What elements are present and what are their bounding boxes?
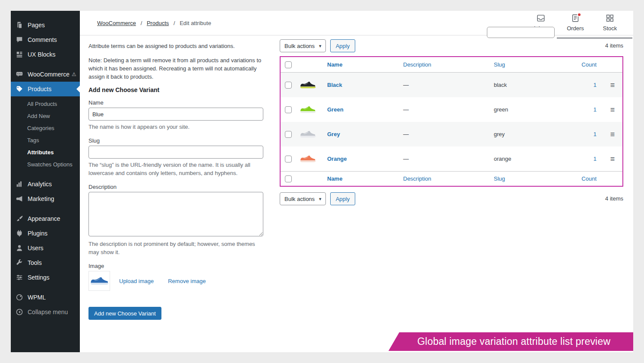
select-all-checkbox[interactable]	[285, 175, 292, 182]
row-menu-icon[interactable]: ≡	[610, 130, 615, 139]
menu-separator	[11, 206, 80, 211]
term-count-link[interactable]: 1	[593, 82, 597, 88]
column-header-description[interactable]: Description	[403, 61, 431, 68]
sidebar-item-swatches-options[interactable]: Swatches Options	[11, 159, 80, 171]
stock-tab[interactable]: Stock	[593, 13, 627, 32]
sidebar-item-tags[interactable]: Tags	[11, 134, 80, 146]
term-name-link[interactable]: Black	[327, 82, 342, 88]
column-header-name[interactable]: Name	[327, 61, 342, 68]
sidebar-item-settings[interactable]: Settings	[11, 270, 80, 285]
row-menu-icon[interactable]: ≡	[610, 105, 615, 114]
tablenav-top: Bulk actions ▾ Apply 4 items	[280, 39, 623, 52]
term-name-link[interactable]: Grey	[327, 131, 340, 137]
add-new-term-button[interactable]: Add new Choose Variant	[88, 307, 161, 320]
column-header-slug[interactable]: Slug	[494, 61, 505, 68]
products-icon	[15, 85, 24, 93]
name-help: The name is how it appears on your site.	[88, 123, 265, 131]
apply-button[interactable]: Apply	[330, 39, 356, 52]
term-image	[300, 130, 316, 138]
tablenav-bottom: Bulk actions ▾ Apply 4 items	[280, 192, 623, 205]
term-image	[300, 155, 316, 163]
term-image	[300, 81, 316, 89]
breadcrumb-separator: /	[174, 20, 175, 26]
remove-image-link[interactable]: Remove image	[168, 278, 205, 284]
apply-button[interactable]: Apply	[330, 192, 356, 205]
search-input[interactable]	[487, 27, 555, 38]
sidebar-item-wpml[interactable]: WPML	[11, 290, 80, 305]
breadcrumb-link-products[interactable]: Products	[147, 20, 169, 26]
menu-separator	[11, 285, 80, 290]
row-checkbox[interactable]	[285, 156, 292, 162]
name-label: Name	[88, 99, 265, 106]
select-all-checkbox[interactable]	[285, 61, 292, 68]
sidebar-item-comments[interactable]: Comments	[11, 32, 80, 47]
column-header-count[interactable]: Count	[581, 61, 597, 68]
column-footer-slug[interactable]: Slug	[494, 175, 505, 182]
row-checkbox[interactable]	[285, 82, 292, 89]
settings-icon	[15, 273, 24, 282]
term-description: —	[401, 82, 492, 88]
term-name-link[interactable]: Orange	[327, 156, 347, 162]
sidebar-item-appearance[interactable]: Appearance	[11, 211, 80, 226]
admin-sidebar: Pages Comments UX Blocks WooCommerce	[11, 11, 80, 352]
term-image-thumbnail	[88, 271, 110, 291]
row-menu-icon[interactable]: ≡	[610, 155, 615, 163]
term-slug: grey	[492, 131, 577, 137]
term-count-link[interactable]: 1	[593, 131, 597, 137]
appearance-icon	[15, 214, 24, 223]
sidebar-item-pages[interactable]: Pages	[11, 18, 80, 32]
topbar: WooCommerce / Products / Edit attribute …	[80, 11, 633, 35]
sidebar-item-ux-blocks[interactable]: UX Blocks	[11, 47, 80, 62]
attribute-terms-table: Name Description Slug Count	[280, 56, 623, 187]
description-help: The description is not prominent by defa…	[88, 240, 265, 256]
bulk-actions-select[interactable]: Bulk actions ▾	[280, 39, 326, 52]
upload-image-link[interactable]: Upload image	[119, 278, 154, 284]
collapse-icon	[15, 308, 24, 316]
sidebar-item-tools[interactable]: Tools	[11, 255, 80, 270]
table-row: Grey — grey 1 ≡	[281, 122, 622, 146]
comments-icon	[15, 35, 24, 44]
term-count-link[interactable]: 1	[593, 156, 597, 162]
woocommerce-icon	[15, 70, 24, 79]
column-footer-count[interactable]: Count	[581, 175, 597, 182]
users-icon	[15, 244, 24, 252]
items-count: 4 items	[605, 192, 623, 205]
table-header: Name Description Slug Count	[281, 57, 622, 73]
wpml-icon	[15, 293, 24, 302]
sidebar-item-analytics[interactable]: Analytics	[11, 177, 80, 191]
description-textarea[interactable]	[88, 192, 263, 236]
bulk-actions-select[interactable]: Bulk actions ▾	[280, 192, 326, 205]
sidebar-item-products[interactable]: Products	[11, 82, 80, 96]
sidebar-item-users[interactable]: Users	[11, 241, 80, 255]
sidebar-item-add-new[interactable]: Add New	[11, 110, 80, 122]
sidebar-item-marketing[interactable]: Marketing	[11, 191, 80, 206]
column-footer-description[interactable]: Description	[403, 175, 431, 182]
form-heading: Add new Choose Variant	[88, 86, 265, 93]
row-checkbox[interactable]	[285, 131, 292, 138]
slug-input[interactable]	[88, 146, 263, 159]
breadcrumb-separator: /	[141, 20, 142, 26]
sidebar-item-attributes[interactable]: Attributes	[11, 146, 80, 159]
analytics-icon	[15, 180, 24, 188]
orders-tab[interactable]: Orders	[558, 13, 593, 32]
admin-window: Pages Comments UX Blocks WooCommerce	[11, 11, 633, 352]
breadcrumb-link-woocommerce[interactable]: WooCommerce	[97, 20, 136, 26]
products-submenu: All Products Add New Categories Tags Att…	[11, 96, 80, 175]
name-input[interactable]	[88, 108, 263, 121]
marketing-icon	[15, 194, 24, 203]
table-row: Black — black 1 ≡	[281, 73, 622, 97]
sidebar-item-woocommerce[interactable]: WooCommerce ⚠	[11, 67, 80, 82]
sidebar-item-plugins[interactable]: Plugins	[11, 226, 80, 241]
term-slug: orange	[492, 156, 577, 162]
warning-icon: ⚠	[72, 71, 76, 77]
sidebar-item-collapse-menu[interactable]: Collapse menu	[11, 305, 80, 319]
row-menu-icon[interactable]: ≡	[610, 81, 615, 89]
image-label: Image	[88, 263, 265, 269]
row-checkbox[interactable]	[285, 106, 292, 113]
term-count-link[interactable]: 1	[593, 106, 597, 113]
column-footer-name[interactable]: Name	[327, 175, 342, 182]
sidebar-item-categories[interactable]: Categories	[11, 122, 80, 134]
intro-text: Attribute terms can be assigned to produ…	[88, 42, 265, 50]
sidebar-item-all-products[interactable]: All Products	[11, 98, 80, 110]
term-name-link[interactable]: Green	[327, 106, 344, 113]
